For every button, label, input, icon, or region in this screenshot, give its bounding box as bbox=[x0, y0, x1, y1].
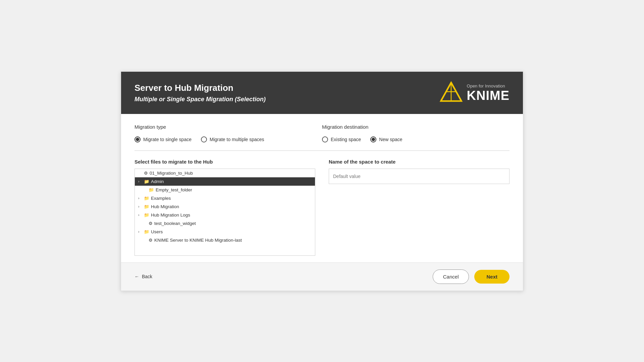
tree-item-label: Hub Migration Logs bbox=[151, 213, 190, 218]
section-divider bbox=[135, 150, 509, 151]
dialog: Server to Hub Migration Multiple or Sing… bbox=[121, 71, 523, 291]
folder-icon: 📁 bbox=[144, 229, 149, 234]
radio-multiple-spaces-circle bbox=[201, 136, 207, 142]
file-selector-section: Select files to migrate to the Hub ⚙ 01_… bbox=[135, 159, 315, 256]
tree-item-knime-server-migration[interactable]: ⚙ KNIME Server to KNIME Hub Migration-la… bbox=[135, 236, 315, 244]
top-sections: Migration type Migrate to single space M… bbox=[135, 124, 509, 142]
radio-new-space-label: New space bbox=[379, 137, 402, 142]
tree-item-01migration[interactable]: ⚙ 01_Migration_to_Hub bbox=[135, 169, 315, 177]
migration-type-label: Migration type bbox=[135, 124, 322, 130]
next-button[interactable]: Next bbox=[474, 270, 509, 284]
header-titles: Server to Hub Migration Multiple or Sing… bbox=[135, 83, 266, 103]
workflow-icon: ⚙ bbox=[149, 238, 153, 243]
tree-item-label: Hub Migration bbox=[151, 204, 179, 209]
back-label: Back bbox=[142, 274, 152, 279]
tree-item-label: KNIME Server to KNIME Hub Migration-last bbox=[154, 238, 242, 243]
back-arrow-icon: ← bbox=[135, 274, 139, 279]
body: Migration type Migrate to single space M… bbox=[121, 114, 523, 262]
knime-triangle-icon bbox=[439, 81, 463, 105]
file-tree[interactable]: ⚙ 01_Migration_to_Hub › 📁 Admin 📁 Empty_… bbox=[135, 169, 315, 256]
tree-item-label: 01_Migration_to_Hub bbox=[150, 171, 193, 176]
migration-destination-section: Migration destination Existing space New… bbox=[322, 124, 509, 142]
file-selector-label: Select files to migrate to the Hub bbox=[135, 159, 315, 165]
tree-item-admin[interactable]: › 📁 Admin bbox=[135, 177, 315, 186]
space-name-section: Name of the space to create bbox=[329, 159, 509, 256]
logo-text: Open for Innovation KNIME bbox=[467, 83, 509, 102]
radio-single-space-label: Migrate to single space bbox=[143, 137, 192, 142]
logo-tagline: Open for Innovation bbox=[467, 83, 505, 88]
tree-item-label: test_boolean_widget bbox=[154, 221, 196, 226]
tree-item-examples[interactable]: › 📁 Examples bbox=[135, 194, 315, 202]
tree-item-hub-migration[interactable]: › 📁 Hub Migration bbox=[135, 202, 315, 211]
logo-brand: KNIME bbox=[467, 89, 509, 102]
footer: ← Back Cancel Next bbox=[121, 262, 523, 291]
radio-new-space-circle bbox=[370, 136, 376, 142]
radio-single-space-circle bbox=[135, 136, 141, 142]
space-name-label: Name of the space to create bbox=[329, 159, 509, 165]
tree-item-label: Admin bbox=[151, 179, 164, 184]
chevron-icon: › bbox=[138, 180, 142, 183]
tree-item-users[interactable]: › 📁 Users bbox=[135, 228, 315, 236]
chevron-icon: › bbox=[138, 196, 142, 200]
knime-logo: Open for Innovation KNIME bbox=[439, 81, 509, 105]
folder-icon: 📁 bbox=[149, 187, 154, 192]
migration-destination-label: Migration destination bbox=[322, 124, 509, 130]
workflow-icon: ⚙ bbox=[144, 171, 148, 176]
dialog-title: Server to Hub Migration bbox=[135, 83, 266, 93]
radio-new-space[interactable]: New space bbox=[370, 136, 402, 142]
tree-item-hub-migration-logs[interactable]: › 📁 Hub Migration Logs bbox=[135, 211, 315, 219]
radio-existing-space-circle bbox=[322, 136, 328, 142]
migration-destination-radio-group: Existing space New space bbox=[322, 136, 509, 142]
folder-icon: 📁 bbox=[144, 179, 149, 184]
footer-right: Cancel Next bbox=[433, 269, 509, 284]
chevron-icon: › bbox=[138, 230, 142, 234]
folder-icon: 📁 bbox=[144, 204, 149, 209]
workflow-icon: ⚙ bbox=[149, 221, 153, 226]
radio-existing-space[interactable]: Existing space bbox=[322, 136, 361, 142]
tree-item-label: Examples bbox=[151, 196, 171, 201]
space-name-input[interactable] bbox=[329, 169, 509, 184]
radio-existing-space-label: Existing space bbox=[331, 137, 361, 142]
folder-icon: 📁 bbox=[144, 196, 149, 201]
folder-icon: 📁 bbox=[144, 213, 149, 218]
tree-item-label: Users bbox=[151, 229, 163, 234]
header: Server to Hub Migration Multiple or Sing… bbox=[121, 72, 523, 114]
content-row: Select files to migrate to the Hub ⚙ 01_… bbox=[135, 159, 509, 256]
dialog-subtitle: Multiple or Single Space Migration (Sele… bbox=[135, 96, 266, 103]
chevron-icon: › bbox=[138, 213, 142, 217]
radio-single-space[interactable]: Migrate to single space bbox=[135, 136, 192, 142]
tree-item-test-boolean[interactable]: ⚙ test_boolean_widget bbox=[135, 219, 315, 228]
migration-type-section: Migration type Migrate to single space M… bbox=[135, 124, 322, 142]
radio-multiple-spaces-label: Migrate to multiple spaces bbox=[210, 137, 264, 142]
tree-item-label: Empty_test_folder bbox=[156, 187, 192, 192]
back-button[interactable]: ← Back bbox=[135, 274, 152, 279]
chevron-icon: › bbox=[138, 205, 142, 208]
migration-type-radio-group: Migrate to single space Migrate to multi… bbox=[135, 136, 322, 142]
radio-multiple-spaces[interactable]: Migrate to multiple spaces bbox=[201, 136, 264, 142]
cancel-button[interactable]: Cancel bbox=[433, 269, 469, 284]
tree-item-empty-test[interactable]: 📁 Empty_test_folder bbox=[135, 186, 315, 194]
